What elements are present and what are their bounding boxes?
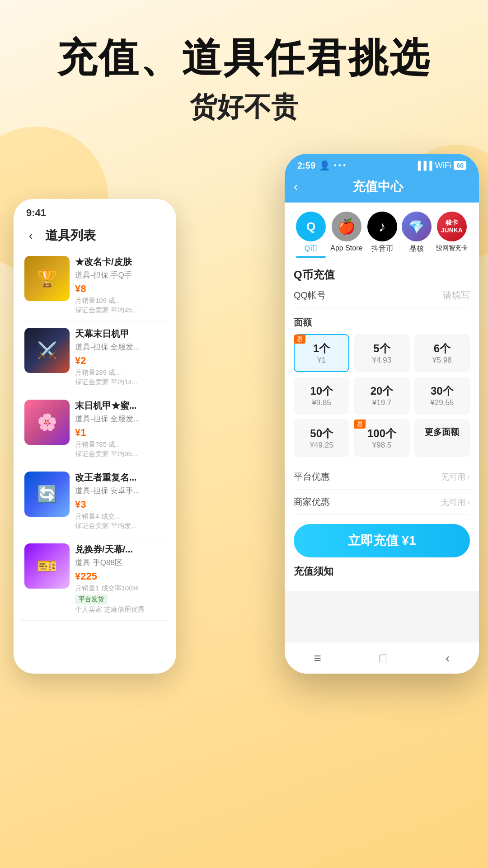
qq-input-label: QQ帐号 [294,289,326,302]
item-name: 改王者重复名... [75,472,165,484]
item-info: ★改名卡/皮肤 道具-担保 手Q手 ¥8 月销量109 成... 保证金卖家 平… [75,256,165,315]
category-appstore-label: App Store [330,244,362,252]
item-type: 道具-担保 手Q手 [75,270,165,280]
apple-icon: 🍎 [332,212,361,241]
notice-title: 充值须知 [294,565,470,578]
item-guarantee: 保证金卖家 平均14... [75,378,165,387]
right-back-button[interactable]: ‹ [294,179,298,194]
item-name: 天幕末日机甲 [75,328,165,340]
category-junka-label: 骏网智充卡 [436,244,468,252]
right-phone: 2:59 👤 • • • ▐▐▐ WiFi 66 ‹ 充值中心 Q Q币 [285,154,479,674]
item-image: 🎫 [24,543,70,589]
item-type: 道具-担保 全服发... [75,414,165,424]
category-douyin[interactable]: ♪ 抖音币 [367,212,397,258]
list-item[interactable]: ⚔️ 天幕末日机甲 道具-担保 全服发... ¥2 月销量289 成... 保证… [21,321,169,393]
category-qq[interactable]: Q Q币 [296,212,326,258]
left-header: ‹ 道具列表 [14,223,176,250]
item-price: ¥8 [75,283,165,295]
item-info: 兑换券/天幕/... 道具 手Q88区 ¥225 月销量1 成交率100% 平台… [75,543,165,614]
category-junka[interactable]: 骏卡JUNKA 骏网智充卡 [436,212,468,258]
item-sales: 月销量1 成交率100% [75,584,165,593]
item-sales: 月销量109 成... [75,297,165,305]
left-page-title: 道具列表 [45,227,96,244]
list-item[interactable]: 🎫 兑换券/天幕/... 道具 手Q88区 ¥225 月销量1 成交率100% … [21,537,169,621]
item-type: 道具-担保 全服发... [75,342,165,352]
denom-10[interactable]: 10个 ¥9.85 [294,377,349,415]
item-image: 🌸 [24,400,70,445]
item-sales: 月销量785 成... [75,440,165,449]
item-guarantee: 保证金卖家 平均45... [75,306,165,315]
denom-more[interactable]: 更多面额 [414,419,470,457]
section-title: Q币充值 [294,268,470,282]
item-name: ★改名卡/皮肤 [75,256,165,268]
denomination-label: 面额 [294,316,470,329]
item-type: 道具-担保 安卓手... [75,486,165,496]
merchant-discount-value: 无可用 › [441,497,470,508]
chevron-right-icon: › [467,472,470,481]
item-guarantee: 保证金卖家 平均95... [75,450,165,458]
denom-20[interactable]: 20个 ¥19.7 [354,377,409,415]
platform-badge: 平台发货 [75,594,108,604]
item-price: ¥2 [75,355,165,367]
item-list: 🏆 ★改名卡/皮肤 道具-担保 手Q手 ¥8 月销量109 成... 保证金卖家… [14,250,176,621]
headline: 充值、道具任君挑选 [0,36,488,80]
qq-input-placeholder[interactable]: 请填写 [443,289,470,302]
qq-input-row: QQ帐号 请填写 [294,289,470,307]
junka-icon: 骏卡JUNKA [437,212,467,241]
subheadline: 货好不贵 [0,89,488,126]
item-image: 🏆 [24,256,70,301]
right-page-title: 充值中心 [304,178,451,195]
denom-5[interactable]: 5个 ¥4.93 [354,334,409,372]
item-image: 🔄 [24,472,70,517]
denomination-grid: 惠 1个 ¥1 5个 ¥4.93 6个 ¥5.98 10个 ¥9.85 20 [294,334,470,457]
item-price: ¥1 [75,427,165,439]
category-qq-label: Q币 [305,244,317,254]
right-bottom-nav: ≡ □ ‹ [285,642,479,674]
item-price: ¥3 [75,499,165,510]
right-header: ‹ 充值中心 [285,175,479,203]
right-status-icons: ▐▐▐ WiFi 66 [415,161,466,170]
denom-100[interactable]: 惠 100个 ¥98.5 [354,419,409,457]
nav-back-icon[interactable]: ‹ [446,651,450,665]
merchant-discount-label: 商家优惠 [294,496,330,508]
left-status-time: 9:41 [14,199,176,223]
item-price: ¥225 [75,571,165,582]
battery-icon: 66 [454,161,466,170]
left-back-button[interactable]: ‹ [23,227,39,244]
platform-discount-value: 无可用 › [441,472,470,482]
nav-home-icon[interactable]: □ [380,651,387,665]
item-type: 道具 手Q88区 [75,557,165,568]
list-item[interactable]: 🌸 末日机甲★蜜... 道具-担保 全服发... ¥1 月销量785 成... … [21,393,169,465]
denom-50[interactable]: 50个 ¥49.25 [294,419,349,457]
category-crystal-label: 晶核 [409,244,424,254]
item-guarantee: 保证金卖家 平均发... [75,522,165,530]
category-appstore[interactable]: 🍎 App Store [330,212,362,258]
denom-1[interactable]: 惠 1个 ¥1 [294,334,349,372]
platform-discount-label: 平台优惠 [294,471,330,483]
nav-menu-icon[interactable]: ≡ [314,651,321,665]
platform-discount-row[interactable]: 平台优惠 无可用 › [294,464,470,490]
qq-icon: Q [296,212,326,241]
list-item[interactable]: 🏆 ★改名卡/皮肤 道具-担保 手Q手 ¥8 月销量109 成... 保证金卖家… [21,250,169,321]
douyin-icon: ♪ [367,212,397,241]
item-info: 改王者重复名... 道具-担保 安卓手... ¥3 月销量4 成交... 保证金… [75,472,165,530]
charge-button[interactable]: 立即充值 ¥1 [294,524,470,557]
item-sales: 月销量289 成... [75,368,165,377]
hui-badge-100: 惠 [354,420,366,429]
category-row: Q Q币 🍎 App Store ♪ 抖音币 💎 晶核 骏卡JUNKA [294,212,470,258]
list-item[interactable]: 🔄 改王者重复名... 道具-担保 安卓手... ¥3 月销量4 成交... 保… [21,465,169,537]
right-status-time: 2:59 👤 • • • [297,160,346,171]
crystal-icon: 💎 [402,212,432,241]
hui-badge: 惠 [294,335,305,344]
denom-6[interactable]: 6个 ¥5.98 [414,334,470,372]
denom-30[interactable]: 30个 ¥29.55 [414,377,470,415]
item-sales: 月销量4 成交... [75,512,165,521]
item-extra: 个人卖家 芝麻信用优秀 [75,605,165,614]
item-name: 末日机甲★蜜... [75,400,165,412]
user-icon: 👤 [319,160,330,171]
merchant-discount-row[interactable]: 商家优惠 无可用 › [294,490,470,515]
item-name: 兑换券/天幕/... [75,543,165,556]
header-area: 充值、道具任君挑选 货好不贵 [0,0,488,126]
category-crystal[interactable]: 💎 晶核 [402,212,432,258]
chevron-right-icon-2: › [467,497,470,507]
